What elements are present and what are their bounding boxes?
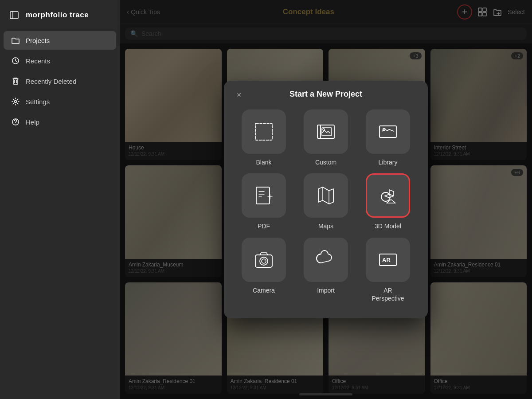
app-logo: morphfolio trace <box>26 11 89 20</box>
camera-icon-box <box>242 238 286 282</box>
import-label: Import <box>317 286 335 294</box>
svg-rect-15 <box>255 123 272 140</box>
camera-label: Camera <box>253 286 275 294</box>
blank-label: Blank <box>256 158 271 166</box>
modal-header: × Start a New Project <box>224 81 428 106</box>
clock-icon <box>11 56 20 66</box>
folder-icon <box>11 35 20 45</box>
svg-point-8 <box>16 124 16 125</box>
blank-icon-box <box>242 110 286 154</box>
svg-point-37 <box>262 259 266 263</box>
maps-label: Maps <box>318 222 333 230</box>
pdf-label: PDF <box>258 222 270 230</box>
svg-rect-0 <box>10 12 18 19</box>
question-icon <box>11 117 20 127</box>
modal-title: Start a New Project <box>289 90 362 99</box>
svg-marker-28 <box>318 187 333 204</box>
modal-options-grid: Blank Cus <box>224 106 428 306</box>
modal-option-library[interactable]: Library <box>360 110 415 166</box>
sidebar-item-help[interactable]: Help <box>4 113 116 131</box>
modal-option-ar-perspective[interactable]: AR ARPerspective <box>360 238 415 302</box>
ar-icon-box: AR <box>366 238 410 282</box>
maps-icon-box <box>304 173 348 218</box>
library-icon-box <box>366 110 410 154</box>
ar-perspective-label: ARPerspective <box>372 286 404 302</box>
modal-close-button[interactable]: × <box>233 89 245 101</box>
import-icon-box <box>304 238 348 282</box>
new-project-modal: × Start a New Project Blank <box>224 81 428 318</box>
svg-point-6 <box>15 101 17 103</box>
main-content: ‹ Quick Tips Concept Ideas + <box>120 0 532 399</box>
svg-line-34 <box>385 194 389 196</box>
svg-point-36 <box>260 257 268 265</box>
modal-option-custom[interactable]: Custom <box>298 110 353 166</box>
custom-icon-box <box>304 110 348 154</box>
sidebar-item-settings[interactable]: Settings <box>4 92 116 111</box>
library-label: Library <box>379 158 398 166</box>
svg-point-31 <box>381 192 390 201</box>
modal-option-3d-model[interactable]: 3D Model <box>360 173 415 230</box>
sidebar-item-recently-deleted[interactable]: Recently Deleted <box>4 72 116 90</box>
3d-model-label: 3D Model <box>375 222 401 230</box>
svg-rect-20 <box>379 126 396 137</box>
svg-text:AR: AR <box>382 257 391 263</box>
modal-option-pdf[interactable]: PDF <box>236 173 291 230</box>
modal-overlay: × Start a New Project Blank <box>120 0 532 399</box>
modal-option-maps[interactable]: Maps <box>298 173 353 230</box>
sidebar-header: morphfolio trace <box>0 0 120 28</box>
custom-label: Custom <box>315 158 336 166</box>
svg-rect-3 <box>13 79 18 84</box>
svg-rect-22 <box>256 187 270 204</box>
trash-icon <box>11 76 20 86</box>
modal-option-blank[interactable]: Blank <box>236 110 291 166</box>
sidebar-toggle-button[interactable] <box>7 9 21 21</box>
sidebar: morphfolio trace Projects Recents <box>0 0 120 399</box>
modal-option-camera[interactable]: Camera <box>236 238 291 302</box>
sidebar-nav: Projects Recents <box>0 28 120 134</box>
sidebar-item-recents[interactable]: Recents <box>4 51 116 70</box>
modal-option-import[interactable]: Import <box>298 238 353 302</box>
gear-icon <box>11 97 20 106</box>
pdf-icon-box <box>242 173 286 218</box>
sidebar-item-projects[interactable]: Projects <box>4 31 116 50</box>
3d-model-icon-box <box>366 173 410 218</box>
